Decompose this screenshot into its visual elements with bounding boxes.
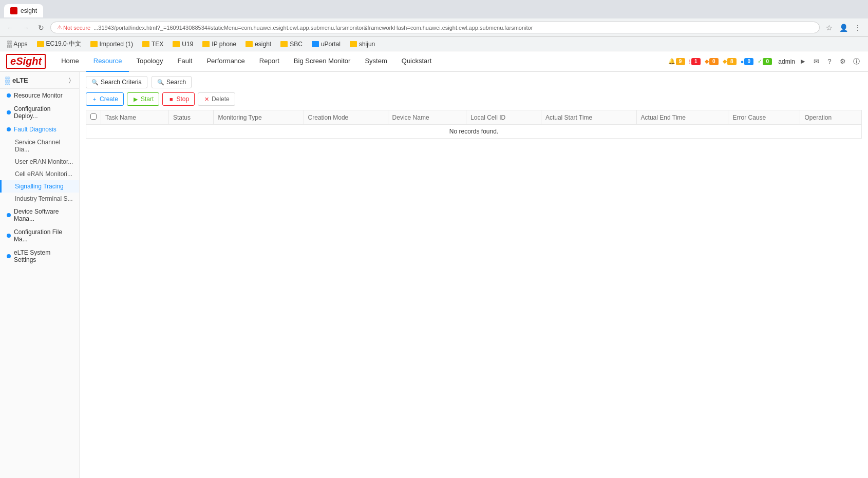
back-button[interactable]: ← — [4, 22, 16, 34]
nav-topology[interactable]: Topology — [129, 51, 170, 72]
sidebar-item-cell-eran[interactable]: Cell eRAN Monitori... — [0, 168, 79, 180]
user-menu-btn[interactable]: ▶ — [797, 56, 808, 67]
sidebar-item-resource-monitor[interactable]: Resource Monitor — [0, 89, 79, 102]
folder-icon — [173, 41, 180, 47]
bookmark-label: U19 — [182, 41, 193, 48]
nav-quickstart[interactable]: Quickstart — [394, 51, 439, 72]
sidebar-collapse-button[interactable]: 〉 — [66, 76, 74, 84]
folder-icon — [246, 41, 253, 47]
group-dot-icon — [7, 254, 11, 258]
nav-resource[interactable]: Resource — [86, 51, 129, 72]
nav-fault[interactable]: Fault — [171, 51, 200, 72]
col-task-name: Task Name — [101, 110, 169, 125]
message-btn[interactable]: ✉ — [810, 56, 822, 67]
delete-icon: ✕ — [203, 96, 210, 102]
bookmark-shijun[interactable]: shijun — [347, 40, 378, 49]
sidebar-item-config-file[interactable]: Configuration File Ma... — [0, 225, 79, 246]
header-checkbox-col — [86, 110, 101, 125]
nav-performance[interactable]: Performance — [199, 51, 252, 72]
select-all-checkbox[interactable] — [90, 113, 97, 120]
badge-8: ◆ 8 — [723, 58, 737, 65]
nav-bigscreen[interactable]: Big Screen Monitor — [287, 51, 358, 72]
nav-system[interactable]: System — [357, 51, 394, 72]
folder-icon — [350, 41, 357, 47]
sidebar-item-signalling-tracing[interactable]: Signalling Tracing — [0, 180, 79, 193]
bookmark-label: SBC — [290, 41, 303, 48]
sidebar-item-service-channel[interactable]: Service Channel Dia... — [0, 136, 79, 156]
info-btn[interactable]: ⓘ — [851, 56, 862, 67]
col-status: Status — [169, 110, 214, 125]
sidebar-item-config-deploy[interactable]: Configuration Deploy... — [0, 102, 79, 123]
logo-text: eSight — [6, 54, 46, 69]
bookmark-label: uPortal — [321, 41, 341, 48]
sidebar-title: ▒ eLTE — [5, 76, 28, 84]
browser-chrome: esight ← → ↻ ⚠ Not secure ...31943/porta… — [0, 0, 868, 51]
table-toolbar: + Create ▶ Start ■ Stop ✕ Delete — [86, 92, 862, 106]
start-icon: ▶ — [133, 96, 139, 102]
col-monitoring-type: Monitoring Type — [214, 110, 304, 125]
stop-icon: ■ — [168, 96, 174, 102]
sidebar-item-eltes-settings[interactable]: eLTE System Settings — [0, 246, 79, 266]
col-actual-start-time: Actual Start Time — [541, 110, 636, 125]
group-dot-icon — [7, 110, 11, 114]
col-local-cell-id: Local Cell ID — [466, 110, 541, 125]
bookmark-tex[interactable]: TEX — [139, 40, 166, 49]
bookmark-ipphone[interactable]: IP phone — [199, 40, 239, 49]
browser-tab[interactable]: esight — [4, 4, 43, 17]
group-dot-icon — [7, 127, 11, 131]
folder-icon — [280, 41, 288, 47]
bookmark-button[interactable]: ☆ — [823, 22, 835, 34]
group-dot-icon — [7, 234, 11, 238]
stop-button[interactable]: ■ Stop — [162, 92, 195, 106]
folder-icon — [312, 41, 319, 47]
delete-button[interactable]: ✕ Delete — [198, 92, 235, 106]
group-dot-icon — [7, 93, 11, 98]
apps-label: Apps — [13, 41, 27, 48]
sidebar-item-fault-diagnosis[interactable]: Fault Diagnosis — [0, 123, 79, 136]
settings-btn[interactable]: ⚙ — [837, 56, 848, 67]
folder-icon — [202, 41, 210, 47]
main-nav: Home Resource Topology Fault Performance… — [54, 51, 668, 72]
app-header: eSight Home Resource Topology Fault Perf… — [0, 51, 868, 72]
data-table: Task Name Status Monitoring Type Creatio… — [86, 110, 862, 139]
bookmark-sbc[interactable]: SBC — [277, 40, 306, 49]
refresh-button[interactable]: ↻ — [35, 22, 47, 34]
bookmark-u19[interactable]: U19 — [169, 40, 196, 49]
bookmark-label: esight — [255, 41, 271, 48]
sidebar-item-device-software[interactable]: Device Software Mana... — [0, 205, 79, 225]
start-button[interactable]: ▶ Start — [127, 92, 159, 106]
bookmark-ec19[interactable]: EC19.0-中文 — [34, 39, 84, 49]
sidebar-item-user-eran[interactable]: User eRAN Monitor... — [0, 156, 79, 168]
table-body: No records found. — [86, 125, 862, 139]
sidebar-item-industry-terminal[interactable]: Industry Terminal S... — [0, 193, 79, 205]
help-btn[interactable]: ? — [824, 56, 835, 67]
folder-icon — [142, 41, 149, 47]
bookmark-apps[interactable]: ▒ Apps — [4, 39, 31, 49]
nav-report[interactable]: Report — [252, 51, 287, 72]
browser-toolbar: ← → ↻ ⚠ Not secure ...31943/portal/index… — [0, 18, 868, 37]
forward-button[interactable]: → — [20, 22, 32, 34]
col-actual-end-time: Actual End Time — [636, 110, 728, 125]
badge-warning: ! 1 — [689, 58, 701, 65]
col-operation: Operation — [800, 110, 862, 125]
profile-button[interactable]: 👤 — [837, 22, 850, 34]
bookmark-label: Imported (1) — [100, 41, 133, 48]
bookmark-imported[interactable]: Imported (1) — [87, 40, 136, 49]
nav-home[interactable]: Home — [54, 51, 86, 72]
search-criteria-button[interactable]: 🔍 Search Criteria — [86, 76, 147, 88]
sidebar-group-resource: Resource Monitor Configuration Deploy...… — [0, 89, 79, 266]
url-text: ...31943/portal/index.html?_=16091430885… — [93, 25, 813, 31]
col-error-cause: Error Cause — [728, 110, 800, 125]
plus-icon: + — [91, 96, 98, 102]
bookmark-uportal[interactable]: uPortal — [309, 40, 344, 49]
browser-tab-bar: esight — [0, 0, 868, 18]
bookmark-esight[interactable]: esight — [242, 40, 274, 49]
search-button[interactable]: 🔍 Search — [152, 76, 192, 88]
menu-button[interactable]: ⋮ — [852, 22, 864, 34]
content-layout: ▒ eLTE 〉 Resource Monitor Configuration … — [0, 72, 868, 478]
address-bar[interactable]: ⚠ Not secure ...31943/portal/index.html?… — [50, 22, 820, 33]
create-button[interactable]: + Create — [86, 92, 124, 106]
col-creation-mode: Creation Mode — [304, 110, 388, 125]
badge-notification: 🔔 9 — [668, 58, 685, 65]
tab-title: esight — [21, 7, 37, 14]
